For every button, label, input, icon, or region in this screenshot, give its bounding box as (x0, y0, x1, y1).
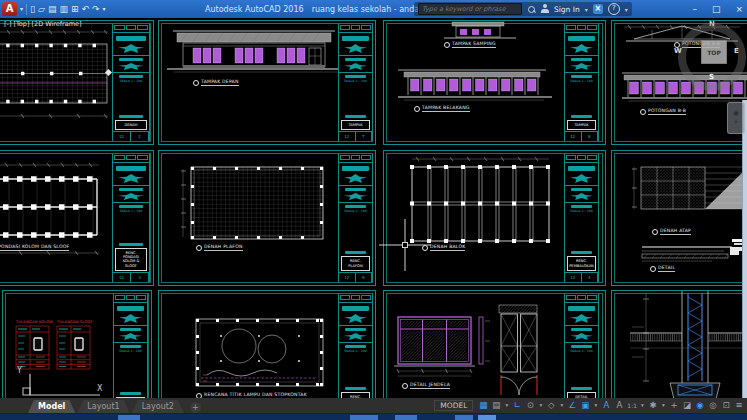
titleblock-bar (119, 115, 143, 118)
titleblock-divider (565, 302, 598, 303)
label-bullet-icon (652, 229, 658, 235)
sheet-plafon[interactable]: DENAH PLAFON SKALA 1 : 100 RENC. PLAFON … (158, 150, 376, 286)
scrollbar[interactable] (742, 100, 747, 398)
sheet-balok[interactable]: DENAH BALOK SKALA 1 : 100 RENC. PEMBALOK… (383, 150, 606, 286)
sign-in-dropdown[interactable]: ▾ (585, 6, 588, 13)
help-icon[interactable]: ? (608, 3, 620, 15)
drawing-label: DENAH ATAP (652, 228, 691, 235)
sign-in-button[interactable]: Sign In (554, 5, 580, 14)
drawing-canvas[interactable]: [-] [Top] [2D Wireframe] (0, 18, 747, 398)
label-bullet-icon (414, 106, 420, 112)
sheet-tampak-samping-belakang[interactable]: TAMPAK SAMPING TAMPAK BELAKANG SKALA 1 :… (383, 20, 606, 145)
roof-plan-drawing (612, 151, 747, 285)
titleblock-header-cells (340, 295, 371, 300)
steering-wheel-icon[interactable]: ◉ (733, 110, 739, 117)
minimize-button[interactable]: – (692, 4, 697, 14)
search-input[interactable] (418, 3, 522, 15)
title-block: SKALA 1 : 100 DENAH 122 (112, 24, 150, 141)
annotation-visibility-icon[interactable]: A (600, 398, 612, 413)
app-logo-icon[interactable]: A (2, 2, 17, 16)
isolate-icon[interactable]: ◎ (707, 398, 719, 413)
titleblock-divider (113, 55, 149, 56)
polar-dropdown[interactable]: ▾ (537, 398, 544, 413)
taskbar-item[interactable] (455, 415, 473, 420)
annotation-scale-icon[interactable]: 1:1 (626, 398, 638, 413)
taskbar-item[interactable] (395, 415, 417, 420)
maximize-button[interactable]: □ (712, 4, 721, 14)
sheet-denah[interactable]: SKALA 1 : 100 DENAH 122 (0, 20, 154, 145)
titleblock-divider (339, 325, 372, 326)
viewport-style-control[interactable]: [2D Wireframe] (31, 20, 81, 28)
titleblock-bar (345, 115, 366, 118)
viewcube-west-label[interactable]: W (674, 47, 682, 55)
isodraft-icon[interactable]: ◇ (545, 398, 557, 413)
isodraft-dropdown[interactable]: ▾ (558, 398, 565, 413)
titleblock-sheet-title: RENC. PEMBALOKAN (567, 256, 596, 271)
customization-icon[interactable]: ≡ (733, 398, 745, 413)
new-layout-button[interactable]: + (190, 402, 201, 413)
titleblock-bar (571, 115, 592, 118)
sheet-pondasi[interactable]: DENAH PONDASI KOLOM DAN SLOOF SKALA 1 : … (0, 150, 154, 286)
polar-icon[interactable]: ⊙ (524, 398, 536, 413)
sheet-tampak-depan[interactable]: TAMPAK DEPAN SKALA 1 : 100 TAMPAK 127 (158, 20, 376, 145)
tab-layout2[interactable]: Layout2 (132, 400, 184, 413)
undo-icon[interactable]: ↶ (81, 2, 89, 16)
titleblock-divider (114, 325, 147, 326)
scale-dropdown[interactable]: ▾ (639, 398, 646, 413)
save-icon[interactable]: ▤ (48, 2, 57, 16)
app-menu-dropdown[interactable]: ▾ (20, 2, 23, 16)
ortho-icon[interactable]: ∟ (511, 398, 523, 413)
viewport-minimize-control[interactable]: [-] (4, 20, 11, 28)
tab-model[interactable]: Model (28, 400, 75, 413)
taskbar-item[interactable] (118, 415, 140, 420)
navigation-bar[interactable]: ◉+ (727, 102, 745, 134)
autoscale-icon[interactable]: A (613, 398, 625, 413)
grid-icon[interactable]: ▤ (490, 398, 502, 413)
plus-icon[interactable]: + (668, 398, 680, 413)
user-icon (541, 4, 549, 14)
otrack-icon[interactable]: ∠ (566, 398, 578, 413)
saveas-icon[interactable]: ▥ (59, 2, 68, 16)
title-block: SKALA 1 : 100 DETAIL 126 (113, 294, 148, 398)
help-dropdown[interactable]: ▾ (625, 6, 628, 13)
clean-screen-icon[interactable]: ⊡ (720, 398, 732, 413)
sheet-atap[interactable]: DENAH ATAP DETAIL SKALA 1 : 100 RENC. AT… (611, 150, 747, 286)
model-space-button[interactable]: MODEL (434, 400, 473, 411)
drawing-label: DENAH PONDASI KOLOM DAN SLOOF (0, 244, 69, 251)
windows-taskbar[interactable] (0, 413, 747, 420)
exchange-apps-icon[interactable]: × (593, 4, 603, 14)
titleblock-bar (571, 58, 592, 61)
new-file-icon[interactable]: ▯ (30, 2, 35, 16)
plot-icon[interactable]: ⊞ (71, 2, 79, 16)
workspace-dropdown[interactable]: ▾ (660, 398, 667, 413)
graphics-performance-icon[interactable]: ◉ (694, 398, 706, 413)
workspace-icon[interactable]: ✱ (647, 398, 659, 413)
viewcube-top-face[interactable]: TOP (701, 40, 727, 64)
titleblock-logo (344, 44, 367, 53)
titleblock-logo (344, 63, 367, 70)
viewport-view-control[interactable]: [Top] (13, 20, 29, 28)
osnap-dropdown[interactable]: ▾ (592, 398, 599, 413)
qat-dropdown[interactable]: ▾ (103, 2, 106, 16)
close-button[interactable]: × (735, 4, 743, 14)
viewcube[interactable]: N W E S TOP (678, 23, 746, 91)
viewcube-east-label[interactable]: E (734, 47, 739, 55)
search-icon[interactable] (527, 5, 536, 14)
snap-dropdown[interactable]: ▾ (503, 398, 510, 413)
sheet-listrik[interactable]: RENCANA TITIK LAMPU DAN STOPKONTAK SKALA… (158, 290, 376, 398)
snap-icon[interactable]: ▦ (477, 398, 489, 413)
sheet-detail-pondasi[interactable]: SKALA 1 : 100 DETAIL PONDASI 121 (611, 290, 747, 398)
sheet-detail-jendela[interactable]: DETAIL JENDELA SKALA 1 : 100 DETAIL JEND… (383, 290, 606, 398)
taskbar-item[interactable] (478, 415, 496, 420)
titleblock-bar (345, 345, 366, 348)
titleblock-header-cells (340, 25, 371, 30)
pan-icon[interactable]: + (733, 119, 739, 126)
open-file-icon[interactable]: ▱ (38, 2, 45, 16)
titleblock-sheet-title: DENAH (115, 120, 147, 130)
viewcube-south-label[interactable]: S (709, 73, 714, 81)
tab-layout1[interactable]: Layout1 (77, 400, 129, 413)
taskbar-item[interactable] (350, 415, 378, 420)
annotation-monitor-icon[interactable]: ◪ (681, 398, 693, 413)
osnap-icon[interactable]: ▣ (579, 398, 591, 413)
redo-icon[interactable]: ↷ (92, 2, 100, 16)
